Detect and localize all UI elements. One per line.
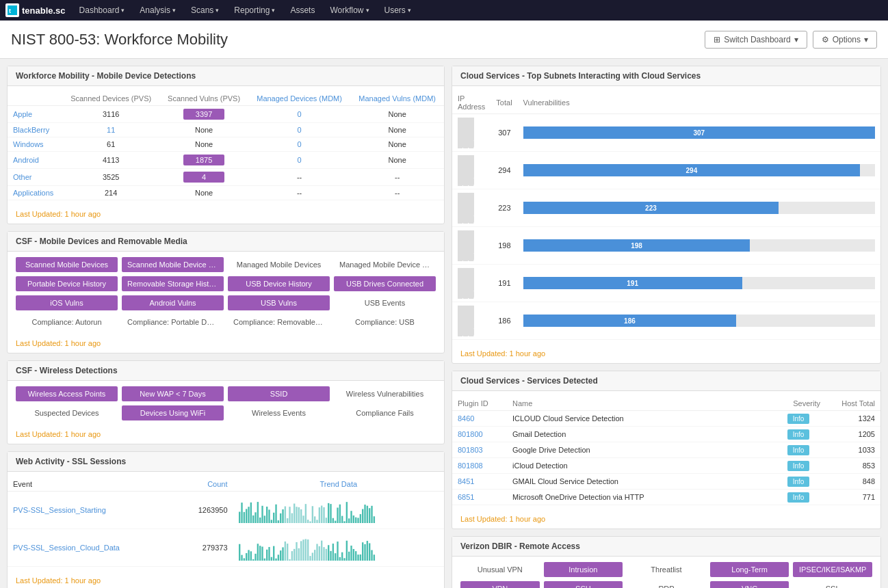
svg-rect-20 — [280, 513, 281, 523]
logo-text: tenable.sc — [22, 5, 66, 16]
table-row: Windows61None0None — [8, 137, 444, 152]
csf-button[interactable]: Android Vulns — [122, 295, 224, 310]
svg-rect-15 — [268, 509, 270, 523]
options-button[interactable]: ⚙ Options ▾ — [813, 31, 877, 49]
subnet-table: IP Address Total Vulnerabilities ███ ███… — [452, 92, 880, 340]
wireless-button[interactable]: Wireless Access Points — [16, 386, 118, 401]
svg-rect-111 — [350, 546, 352, 561]
wireless-button[interactable]: New WAP < 7 Days — [122, 386, 224, 401]
verizon-button: Unusual VPN — [460, 562, 540, 577]
cloud-services-header: Cloud Services - Services Detected — [452, 371, 880, 391]
svg-rect-38 — [321, 506, 322, 523]
csf-button: Managed Mobile Devices — [228, 257, 330, 272]
verizon-button[interactable]: Intrusion — [544, 562, 623, 577]
svg-rect-99 — [323, 547, 324, 561]
svg-rect-16 — [270, 520, 272, 523]
subnet-col-total: Total — [491, 92, 517, 114]
svg-rect-68 — [252, 559, 254, 561]
nav-reporting[interactable]: Reporting ▾ — [227, 0, 282, 21]
csf-button[interactable]: Portable Device History — [16, 276, 118, 291]
csf-button[interactable]: Removable Storage History — [122, 276, 224, 291]
verizon-button[interactable]: Long-Term — [710, 562, 789, 577]
wa-col-event: Event — [8, 477, 176, 492]
nav-scans[interactable]: Scans ▾ — [184, 0, 226, 21]
svg-rect-51 — [350, 511, 352, 523]
verizon-button[interactable]: VNC — [710, 581, 789, 588]
analysis-caret: ▾ — [172, 7, 176, 14]
csf-button[interactable]: USB Drives Connected — [334, 276, 436, 291]
app-logo: t tenable.sc — [5, 3, 66, 17]
svc-col-name: Name — [507, 397, 771, 411]
svg-rect-30 — [302, 516, 304, 523]
csf-wireless-last-updated: Last Updated: 1 hour ago — [8, 426, 444, 444]
svg-rect-93 — [309, 556, 311, 561]
svg-rect-49 — [345, 502, 347, 523]
workflow-caret: ▾ — [366, 7, 369, 14]
csf-button[interactable]: USB Vulns — [228, 295, 330, 310]
svg-rect-100 — [325, 549, 326, 561]
table-row: ███ ███ ███ ███307307 — [452, 114, 880, 152]
svg-rect-7 — [250, 503, 251, 523]
svg-rect-28 — [298, 507, 299, 523]
csf-button[interactable]: USB Device History — [228, 276, 330, 291]
col-header-managed-mdm: Managed Devices (MDM) — [248, 92, 350, 106]
wireless-button: Suspected Devices — [16, 405, 118, 420]
nav-analysis[interactable]: Analysis ▾ — [133, 0, 183, 21]
table-row: Apple311633970None — [8, 106, 444, 123]
table-row: 6851Microsoft OneDrive Detection via HTT… — [452, 490, 880, 505]
svg-rect-95 — [314, 550, 315, 561]
csf-button[interactable]: Scanned Mobile Devices — [16, 257, 118, 272]
verizon-dbir-panel: Verizon DBIR - Remote Access Unusual VPN… — [452, 536, 881, 588]
reporting-caret: ▾ — [272, 7, 275, 14]
svg-rect-66 — [248, 550, 249, 561]
svg-rect-87 — [296, 542, 297, 561]
col-header-device — [8, 92, 62, 106]
workforce-last-updated: Last Updated: 1 hour ago — [8, 206, 444, 224]
svg-rect-84 — [289, 559, 290, 561]
grid-icon: ⊞ — [714, 35, 720, 44]
table-row: ███ ███ ███ ███198198 — [452, 227, 880, 265]
svg-rect-102 — [330, 551, 331, 561]
csf-button[interactable]: iOS Vulns — [16, 295, 118, 310]
svg-rect-56 — [362, 509, 363, 523]
svg-rect-13 — [263, 516, 265, 523]
svg-rect-79 — [277, 554, 278, 561]
svg-rect-90 — [302, 539, 304, 561]
svg-rect-120 — [371, 550, 372, 561]
svg-rect-25 — [291, 513, 292, 523]
svg-rect-113 — [355, 551, 356, 561]
svg-rect-89 — [300, 541, 302, 561]
switch-dashboard-button[interactable]: ⊞ Switch Dashboard ▾ — [705, 31, 807, 49]
verizon-button[interactable]: SSH — [544, 581, 623, 588]
nav-dashboard[interactable]: Dashboard ▾ — [73, 0, 132, 21]
csf-button: Compliance: USB — [334, 315, 436, 330]
svg-rect-83 — [287, 544, 288, 561]
svg-rect-71 — [259, 546, 261, 561]
svg-rect-52 — [352, 516, 354, 523]
col-header-scanned-pvs: Scanned Devices (PVS) — [62, 92, 159, 106]
svg-rect-103 — [332, 544, 333, 561]
wireless-button[interactable]: Devices Using WiFi — [122, 405, 224, 420]
nav-users[interactable]: Users ▾ — [378, 0, 418, 21]
nav-workflow[interactable]: Workflow ▾ — [323, 0, 376, 21]
svg-rect-21 — [282, 509, 283, 523]
table-row: ███ ███ ███ ███294294 — [452, 152, 880, 189]
svg-rect-36 — [316, 520, 317, 523]
svg-rect-82 — [284, 542, 285, 561]
verizon-button[interactable]: IPSEC/IKE/ISAKMP — [793, 562, 872, 577]
svg-rect-98 — [321, 541, 322, 561]
nav-assets[interactable]: Assets — [283, 0, 322, 21]
wireless-button[interactable]: SSID — [228, 386, 330, 401]
svg-rect-26 — [293, 504, 295, 523]
svg-rect-29 — [300, 509, 302, 523]
csf-button[interactable]: Scanned Mobile Device Vulns — [122, 257, 224, 272]
cloud-services-last-updated: Last Updated: 1 hour ago — [452, 511, 880, 529]
cloud-subnets-panel: Cloud Services - Top Subnets Interacting… — [452, 66, 881, 364]
verizon-button[interactable]: VPN — [460, 581, 540, 588]
svg-rect-110 — [348, 552, 350, 561]
svg-rect-10 — [257, 502, 258, 523]
svg-rect-27 — [296, 507, 297, 523]
logo-icon: t — [5, 3, 19, 17]
svg-rect-18 — [275, 505, 276, 523]
cloud-services-panel: Cloud Services - Services Detected Plugi… — [452, 371, 881, 529]
